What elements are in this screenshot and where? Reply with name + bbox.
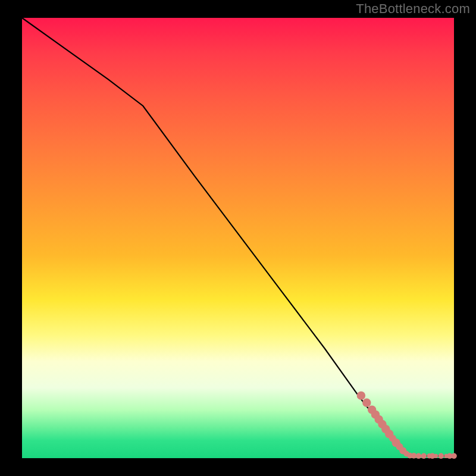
watermark-label: TheBottleneck.com (356, 1, 470, 17)
chart-marker (438, 453, 444, 459)
chart-markers (357, 392, 457, 459)
chart-frame: TheBottleneck.com (0, 0, 476, 476)
chart-marker (421, 453, 427, 459)
chart-marker (451, 453, 457, 459)
chart-marker (434, 454, 438, 458)
chart-line (22, 18, 454, 456)
chart-marker (357, 392, 365, 400)
chart-marker (416, 453, 422, 459)
chart-marker (362, 399, 371, 407)
chart-overlay (22, 18, 454, 458)
